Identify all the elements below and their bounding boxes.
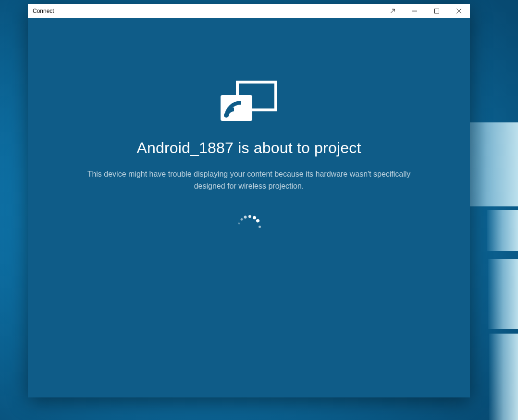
window-title: Connect [28, 8, 54, 14]
maximize-button[interactable] [426, 4, 448, 18]
cast-screen-icon [221, 81, 277, 125]
projection-headline: Android_1887 is about to project [136, 139, 361, 157]
maximize-icon [434, 8, 440, 14]
svg-line-0 [391, 9, 395, 13]
content-area: Android_1887 is about to project This de… [28, 18, 470, 397]
expand-button[interactable] [382, 4, 404, 18]
svg-point-7 [224, 113, 229, 118]
close-icon [456, 8, 462, 14]
connect-app-window: Connect [28, 4, 470, 397]
titlebar[interactable]: Connect [28, 4, 470, 18]
minimize-icon [412, 8, 418, 14]
minimize-button[interactable] [404, 4, 426, 18]
expand-diagonal-icon [390, 8, 395, 14]
close-button[interactable] [448, 4, 470, 18]
projection-warning-text: This device might have trouble displayin… [71, 168, 427, 192]
svg-rect-2 [435, 9, 439, 13]
loading-spinner-icon [235, 214, 262, 240]
